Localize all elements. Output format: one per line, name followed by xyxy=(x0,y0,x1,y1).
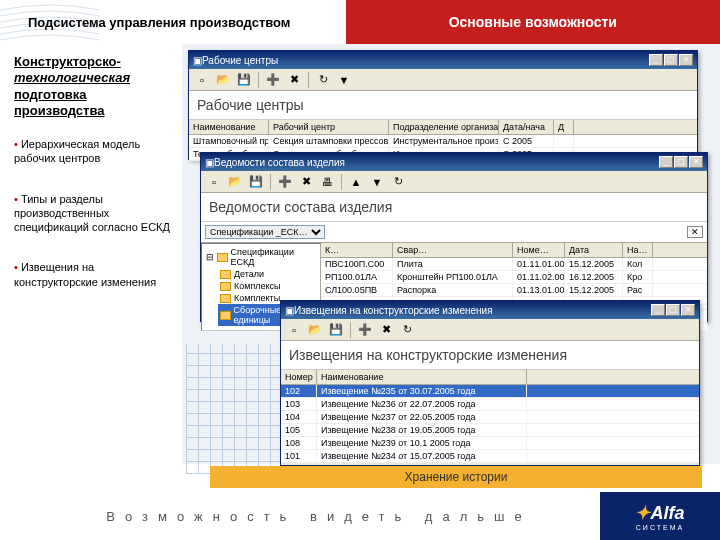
footer: Возможность видеть дальше ✦Alfa СИСТЕМА xyxy=(0,492,720,540)
tree-item[interactable]: Комплексы xyxy=(218,280,318,292)
table-row[interactable]: 103Извещение №236 от 22.07.2005 года xyxy=(281,398,699,411)
col-header[interactable]: К… xyxy=(321,243,393,257)
sidebar-bullet: Извещения на конструкторские изменения xyxy=(14,260,174,289)
col-header[interactable]: Д xyxy=(554,120,574,134)
header-right: Основные возможности xyxy=(346,14,720,30)
filter-icon[interactable]: ▼ xyxy=(335,71,353,89)
window-heading: Ведомости состава изделия xyxy=(201,193,707,222)
table-row[interactable]: РП100.01ЛАКронштейн РП100.01ЛА01.11.02.0… xyxy=(321,271,707,284)
col-header[interactable]: Дата/нача xyxy=(499,120,554,134)
app-icon: ▣ xyxy=(205,157,214,168)
col-header[interactable]: Дата xyxy=(565,243,623,257)
new-icon[interactable]: ▫ xyxy=(285,321,303,339)
window-title: Извещения на конструкторские изменения xyxy=(294,305,651,316)
open-icon[interactable]: 📂 xyxy=(306,321,324,339)
save-icon[interactable]: 💾 xyxy=(327,321,345,339)
tree-root[interactable]: ⊟Спецификации ЕСКД xyxy=(204,246,318,268)
header-left: Подсистема управления производством xyxy=(0,15,346,30)
grid-header: Наименование Рабочий центр Подразделение… xyxy=(189,120,697,135)
delete-icon[interactable]: ✖ xyxy=(285,71,303,89)
open-icon[interactable]: 📂 xyxy=(214,71,232,89)
header-band: Подсистема управления производством Осно… xyxy=(0,0,720,44)
save-icon[interactable]: 💾 xyxy=(235,71,253,89)
sidebar-title: Конструкторско- технологическая подготов… xyxy=(14,54,174,119)
col-header[interactable]: Номе… xyxy=(513,243,565,257)
close-button[interactable]: ✕ xyxy=(689,156,703,168)
refresh-icon[interactable]: ↻ xyxy=(314,71,332,89)
window-title: Ведомости состава изделия xyxy=(214,157,659,168)
minimize-button[interactable]: _ xyxy=(651,304,665,316)
windows-area: ▣ Рабочие центры _ ▢ ✕ ▫ 📂 💾 ➕ ✖ ↻ ▼ Раб… xyxy=(182,44,720,464)
col-header[interactable]: Свар… xyxy=(393,243,513,257)
new-icon[interactable]: ▫ xyxy=(205,173,223,191)
add-icon[interactable]: ➕ xyxy=(264,71,282,89)
titlebar[interactable]: ▣ Ведомости состава изделия _ ▢ ✕ xyxy=(201,153,707,171)
titlebar[interactable]: ▣ Рабочие центры _ ▢ ✕ xyxy=(189,51,697,69)
sidebar: Конструкторско- технологическая подготов… xyxy=(0,44,182,464)
maximize-button[interactable]: ▢ xyxy=(666,304,680,316)
sidebar-bullet: Иерархическая модель рабочих центров xyxy=(14,137,174,166)
table-row[interactable]: 102Извещение №235 от 30.07.2005 года xyxy=(281,385,699,398)
col-header[interactable]: Рабочий центр xyxy=(269,120,389,134)
add-icon[interactable]: ➕ xyxy=(356,321,374,339)
open-icon[interactable]: 📂 xyxy=(226,173,244,191)
titlebar[interactable]: ▣ Извещения на конструкторские изменения… xyxy=(281,301,699,319)
table-row[interactable]: Штамповочный пресс Секция штамповки прес… xyxy=(189,135,697,148)
app-icon: ▣ xyxy=(193,55,202,66)
sidebar-bullet: Типы и разделы производственных специфик… xyxy=(14,192,174,235)
col-header[interactable]: Наименование xyxy=(317,370,527,384)
history-band: Хранение истории xyxy=(210,466,702,488)
refresh-icon[interactable]: ↻ xyxy=(389,173,407,191)
down-icon[interactable]: ▼ xyxy=(368,173,386,191)
print-icon[interactable]: 🖶 xyxy=(318,173,336,191)
app-icon: ▣ xyxy=(285,305,294,316)
up-icon[interactable]: ▲ xyxy=(347,173,365,191)
delete-icon[interactable]: ✖ xyxy=(297,173,315,191)
refresh-icon[interactable]: ↻ xyxy=(398,321,416,339)
table-row[interactable]: 101Извещение №234 от 15.07.2005 года xyxy=(281,450,699,463)
add-icon[interactable]: ➕ xyxy=(276,173,294,191)
window-change-notices[interactable]: ▣ Извещения на конструкторские изменения… xyxy=(280,300,700,466)
table-row[interactable]: 105Извещение №238 от 19.05.2005 года xyxy=(281,424,699,437)
minimize-button[interactable]: _ xyxy=(649,54,663,66)
footer-text: Возможность видеть дальше xyxy=(18,509,600,524)
window-work-centers[interactable]: ▣ Рабочие центры _ ▢ ✕ ▫ 📂 💾 ➕ ✖ ↻ ▼ Раб… xyxy=(188,50,698,160)
window-heading: Рабочие центры xyxy=(189,91,697,120)
tree-item[interactable]: Детали xyxy=(218,268,318,280)
window-title: Рабочие центры xyxy=(202,55,649,66)
spec-select[interactable]: Спецификации _ЕСК… xyxy=(205,225,325,239)
table-row[interactable]: СЛ100.05ПВРаспорка01.13.01.0015.12.2005Р… xyxy=(321,284,707,297)
new-icon[interactable]: ▫ xyxy=(193,71,211,89)
toolbar: ▫ 📂 💾 ➕ ✖ ↻ ▼ xyxy=(189,69,697,91)
toolbar: ▫ 📂 💾 ➕ ✖ 🖶 ▲ ▼ ↻ xyxy=(201,171,707,193)
window-heading: Извещения на конструкторские изменения xyxy=(281,341,699,370)
minimize-button[interactable]: _ xyxy=(659,156,673,168)
close-button[interactable]: ✕ xyxy=(681,304,695,316)
maximize-button[interactable]: ▢ xyxy=(664,54,678,66)
window-bom[interactable]: ▣ Ведомости состава изделия _ ▢ ✕ ▫ 📂 💾 … xyxy=(200,152,708,322)
delete-icon[interactable]: ✖ xyxy=(377,321,395,339)
col-header[interactable]: На… xyxy=(623,243,653,257)
col-header[interactable]: Наименование xyxy=(189,120,269,134)
close-icon[interactable]: ✕ xyxy=(687,226,703,238)
maximize-button[interactable]: ▢ xyxy=(674,156,688,168)
table-row[interactable]: 108Извещение №239 от 10.1 2005 года xyxy=(281,437,699,450)
toolbar: ▫ 📂 💾 ➕ ✖ ↻ xyxy=(281,319,699,341)
save-icon[interactable]: 💾 xyxy=(247,173,265,191)
table-row[interactable]: 104Извещение №237 от 22.05.2005 года xyxy=(281,411,699,424)
col-header[interactable]: Номер xyxy=(281,370,317,384)
col-header[interactable]: Подразделение организа xyxy=(389,120,499,134)
table-row[interactable]: ПВС100П.С00Плита01.11.01.0015.12.2005Кол xyxy=(321,258,707,271)
footer-logo: ✦Alfa СИСТЕМА xyxy=(600,492,720,540)
close-button[interactable]: ✕ xyxy=(679,54,693,66)
